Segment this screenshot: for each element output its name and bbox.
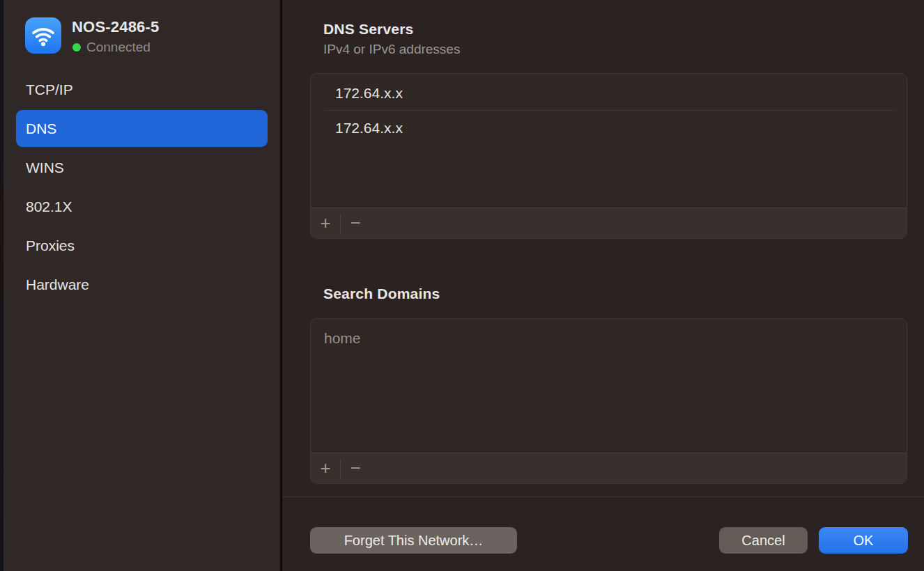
main-panel: DNS Servers IPv4 or IPv6 addresses 172.6… bbox=[282, 0, 924, 571]
remove-dns-server-button[interactable]: − bbox=[341, 208, 370, 239]
dns-servers-footer: + − bbox=[311, 208, 907, 238]
sidebar-item-dns[interactable]: DNS bbox=[16, 110, 268, 147]
dns-server-row[interactable]: 172.64.x.x bbox=[311, 111, 907, 145]
search-domains-heading: Search Domains bbox=[323, 286, 440, 302]
ok-button[interactable]: OK bbox=[819, 527, 908, 554]
sidebar-item-hardware[interactable]: Hardware bbox=[16, 266, 268, 303]
network-name: NOS-2486-5 bbox=[72, 18, 160, 36]
sidebar-item-label: Hardware bbox=[26, 276, 89, 293]
footer-divider bbox=[282, 496, 924, 497]
sidebar-item-8021x[interactable]: 802.1X bbox=[16, 188, 268, 225]
minus-icon: − bbox=[350, 212, 360, 234]
forget-network-button[interactable]: Forget This Network… bbox=[310, 527, 517, 554]
plus-icon: + bbox=[320, 212, 330, 234]
sidebar-item-tcpip[interactable]: TCP/IP bbox=[16, 71, 268, 108]
cancel-button[interactable]: Cancel bbox=[719, 527, 808, 554]
connected-label: Connected bbox=[86, 40, 151, 55]
minus-icon: − bbox=[350, 457, 360, 479]
remove-search-domain-button[interactable]: − bbox=[341, 453, 370, 484]
dns-server-row[interactable]: 172.64.x.x bbox=[311, 76, 907, 110]
sidebar-item-label: WINS bbox=[26, 159, 64, 176]
dns-servers-subtitle: IPv4 or IPv6 addresses bbox=[323, 42, 460, 57]
wifi-details-window: NOS-2486-5 Connected TCP/IP DNS WINS 802… bbox=[0, 0, 924, 571]
sidebar: NOS-2486-5 Connected TCP/IP DNS WINS 802… bbox=[3, 0, 280, 571]
search-domains-list: home + − bbox=[310, 318, 907, 484]
search-domains-footer: + − bbox=[311, 453, 907, 483]
plus-icon: + bbox=[320, 457, 330, 479]
wifi-icon bbox=[25, 17, 61, 54]
dns-servers-list: 172.64.x.x 172.64.x.x + − bbox=[310, 73, 907, 239]
sidebar-item-proxies[interactable]: Proxies bbox=[16, 227, 268, 264]
add-dns-server-button[interactable]: + bbox=[311, 208, 340, 239]
sidebar-nav: TCP/IP DNS WINS 802.1X Proxies Hardware bbox=[16, 71, 268, 305]
sidebar-item-wins[interactable]: WINS bbox=[16, 149, 268, 186]
sidebar-item-label: Proxies bbox=[26, 237, 75, 254]
sidebar-item-label: 802.1X bbox=[26, 198, 72, 215]
sidebar-item-label: TCP/IP bbox=[26, 81, 73, 98]
add-search-domain-button[interactable]: + bbox=[311, 453, 340, 484]
sidebar-item-label: DNS bbox=[26, 120, 56, 137]
connected-dot-icon bbox=[72, 43, 81, 52]
dns-servers-heading: DNS Servers bbox=[323, 21, 413, 38]
search-domain-row[interactable]: home bbox=[311, 321, 907, 355]
network-status: Connected bbox=[72, 40, 151, 55]
